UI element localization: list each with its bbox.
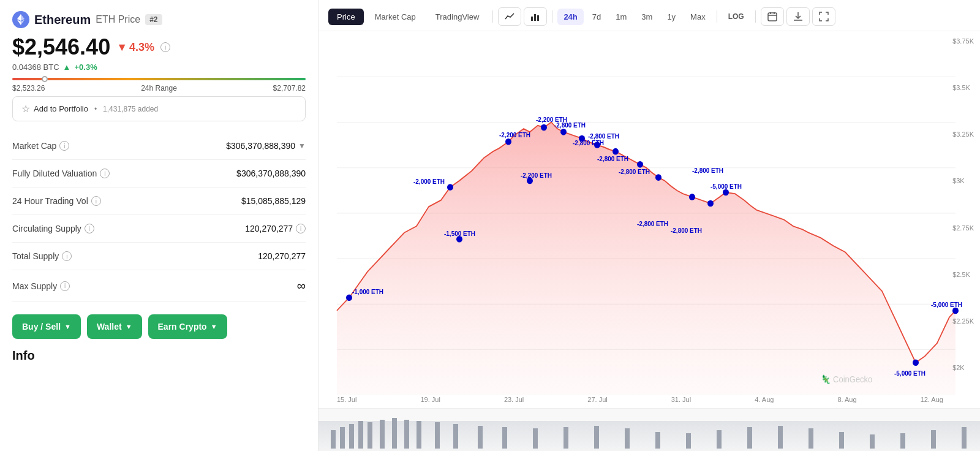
- svg-point-23: [447, 184, 453, 191]
- btc-row: 0.04368 BTC ▲ +0.3%: [12, 63, 306, 72]
- tab-tradingview[interactable]: TradingView: [427, 9, 488, 25]
- max-info[interactable]: i: [60, 281, 70, 291]
- add-to-portfolio-button[interactable]: ☆ Add to Portfolio • 1,431,875 added: [12, 96, 306, 121]
- svg-rect-5: [531, 17, 533, 21]
- svg-rect-82: [900, 433, 905, 449]
- price-chart: -1,000 ETH -2,000 ETH -2,200 ETH -1,500 …: [318, 31, 980, 408]
- svg-point-25: [505, 138, 511, 145]
- buy-sell-button[interactable]: Buy / Sell ▼: [12, 314, 81, 339]
- btc-price: 0.04368 BTC: [12, 63, 59, 72]
- tab-divider-1: [492, 10, 493, 23]
- bar-chart-icon-btn[interactable]: [524, 7, 547, 26]
- max-supply-value: ∞: [297, 279, 306, 293]
- fdv-label: Fully Diluted Valuation i: [12, 169, 110, 178]
- x-label-7: 12. Aug: [921, 396, 943, 403]
- circ-info[interactable]: i: [85, 224, 94, 233]
- eth-icon: [12, 11, 29, 28]
- market-cap-label: Market Cap i: [12, 141, 69, 151]
- vol-info[interactable]: i: [91, 196, 101, 206]
- portfolio-added-count: 1,431,875 added: [103, 105, 158, 113]
- svg-rect-68: [478, 426, 483, 449]
- btc-change: ▲: [63, 63, 71, 72]
- price-info-icon[interactable]: i: [160, 42, 170, 52]
- buy-sell-chevron: ▼: [64, 323, 71, 330]
- fullscreen-icon-btn[interactable]: [812, 7, 835, 26]
- fullscreen-icon: [819, 12, 829, 21]
- svg-text:-2,800 ETH: -2,800 ETH: [671, 227, 702, 233]
- log-button[interactable]: LOG: [722, 9, 750, 25]
- svg-text:-2,800 ETH: -2,800 ETH: [692, 167, 723, 174]
- svg-text:-5,000 ETH: -5,000 ETH: [931, 301, 962, 308]
- time-7d[interactable]: 7d: [586, 9, 607, 25]
- time-max[interactable]: Max: [684, 9, 712, 25]
- earn-crypto-button[interactable]: Earn Crypto ▼: [148, 314, 227, 339]
- range-labels: $2,523.26 24h Range $2,707.82: [12, 84, 306, 93]
- time-3m[interactable]: 3m: [635, 9, 658, 25]
- svg-text:-5,000 ETH: -5,000 ETH: [894, 370, 925, 377]
- svg-rect-75: [686, 433, 691, 449]
- fdv-info[interactable]: i: [100, 169, 110, 178]
- svg-text:-2,800 ETH: -2,800 ETH: [637, 221, 668, 227]
- tab-divider-2: [552, 10, 552, 23]
- svg-point-41: [637, 161, 643, 168]
- bar-chart-icon: [530, 12, 540, 21]
- wallet-chevron: ▼: [126, 323, 132, 330]
- right-panel: Price Market Cap TradingView 24h 7d 1m 3…: [318, 0, 980, 451]
- download-icon: [793, 12, 803, 21]
- calendar-icon-btn[interactable]: [761, 7, 784, 26]
- max-supply-row: Max Supply i ∞: [12, 270, 306, 302]
- svg-rect-64: [404, 420, 409, 449]
- svg-rect-57: [331, 430, 336, 449]
- svg-rect-6: [534, 14, 536, 21]
- calendar-icon: [767, 12, 777, 21]
- price-change: ▼ 4.3%: [116, 41, 154, 54]
- svg-rect-58: [340, 427, 345, 449]
- svg-text:-2,800 ETH: -2,800 ETH: [619, 169, 650, 175]
- tab-divider-4: [755, 10, 756, 23]
- svg-point-21: [346, 294, 352, 301]
- time-24h[interactable]: 24h: [557, 9, 583, 25]
- svg-rect-83: [931, 430, 936, 449]
- svg-text:-1,000 ETH: -1,000 ETH: [352, 289, 383, 295]
- circ-value-info[interactable]: i: [296, 224, 306, 233]
- down-arrow-icon: ▼: [116, 41, 127, 54]
- info-heading: Info: [12, 349, 306, 363]
- price-main: $2,546.40: [12, 34, 110, 60]
- wallet-button[interactable]: Wallet ▼: [87, 314, 142, 339]
- vol-label: 24 Hour Trading Vol i: [12, 196, 101, 206]
- coin-ticker: ETH Price: [96, 14, 140, 25]
- svg-rect-84: [962, 427, 967, 449]
- tab-price[interactable]: Price: [328, 9, 364, 25]
- svg-rect-67: [453, 424, 458, 449]
- svg-text:-2,200 ETH: -2,200 ETH: [521, 172, 552, 178]
- total-info[interactable]: i: [62, 251, 72, 261]
- svg-rect-76: [717, 430, 722, 449]
- market-cap-info[interactable]: i: [59, 141, 69, 151]
- range-bar: $2,523.26 24h Range $2,707.82: [12, 78, 306, 93]
- svg-rect-60: [358, 421, 363, 449]
- download-icon-btn[interactable]: [786, 7, 810, 26]
- tab-market-cap[interactable]: Market Cap: [366, 9, 424, 25]
- wallet-label: Wallet: [97, 322, 122, 332]
- circ-row: Circulating Supply i 120,270,277 i: [12, 215, 306, 243]
- svg-rect-69: [502, 427, 507, 449]
- x-axis-labels: 15. Jul 19. Jul 23. Jul 27. Jul 31. Jul …: [337, 396, 943, 403]
- svg-rect-70: [533, 428, 538, 449]
- range-label: 24h Range: [141, 84, 177, 93]
- svg-rect-73: [625, 428, 630, 449]
- price-row: $2,546.40 ▼ 4.3% i: [12, 34, 306, 60]
- svg-rect-66: [435, 422, 440, 449]
- fdv-value: $306,370,888,390: [236, 169, 306, 178]
- svg-point-33: [560, 129, 567, 135]
- svg-rect-78: [778, 426, 783, 449]
- total-supply-label: Total Supply i: [12, 251, 72, 261]
- svg-point-51: [913, 359, 919, 366]
- x-label-4: 31. Jul: [671, 396, 691, 403]
- time-1m[interactable]: 1m: [609, 9, 633, 25]
- fdv-row: Fully Diluted Valuation i $306,370,888,3…: [12, 160, 306, 188]
- mini-chart-svg: [318, 409, 980, 451]
- expand-icon[interactable]: ▼: [298, 142, 306, 150]
- line-chart-icon-btn[interactable]: [498, 7, 521, 26]
- total-supply-value: 120,270,277: [258, 251, 306, 261]
- time-1y[interactable]: 1y: [661, 9, 682, 25]
